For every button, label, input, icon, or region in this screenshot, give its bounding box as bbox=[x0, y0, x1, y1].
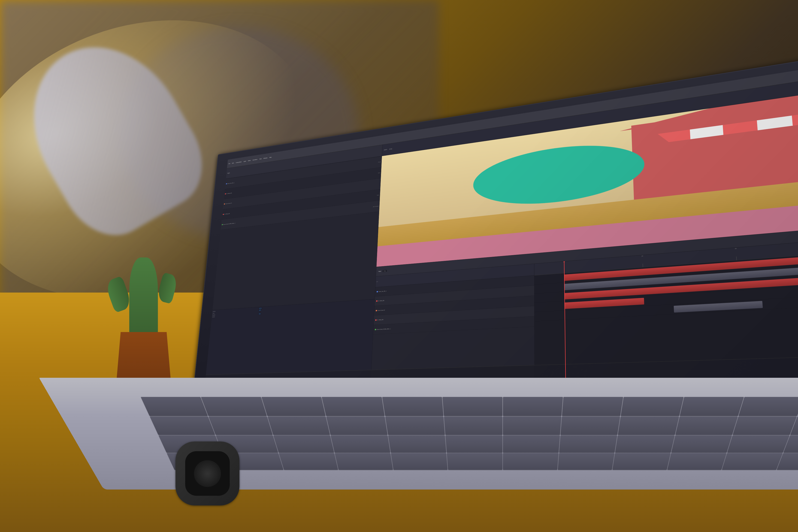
menu-window[interactable]: Window bbox=[264, 157, 267, 159]
layer-color bbox=[224, 204, 225, 205]
key[interactable] bbox=[326, 417, 387, 435]
layer-transform: None bbox=[378, 172, 381, 174]
prop-value: 0° bbox=[259, 311, 260, 313]
tl-layer-icon bbox=[376, 300, 378, 302]
layer-transform: None bbox=[377, 194, 379, 196]
timeline-tabs: Night Day bbox=[377, 270, 387, 272]
tl-layer-name: Timer_Asc_BC_1 bbox=[378, 290, 386, 292]
key[interactable] bbox=[680, 397, 744, 416]
watch-face bbox=[194, 460, 221, 487]
key[interactable] bbox=[140, 397, 208, 416]
quality-btn[interactable]: (Full) bbox=[389, 148, 393, 150]
menu-view[interactable]: View bbox=[259, 158, 262, 159]
screen-inner: File Edit Composition Layer Effect Anima… bbox=[204, 46, 798, 392]
key[interactable] bbox=[279, 453, 338, 470]
ruler-mark bbox=[643, 264, 643, 267]
menu-composition[interactable]: Composition bbox=[236, 161, 242, 163]
layer-transform: Parent bbox=[378, 162, 381, 163]
layer-name: 15. White_BK bbox=[224, 213, 230, 214]
key[interactable] bbox=[503, 453, 558, 470]
tl-layer-name: Drone Comp 13 (Btn_Botto...) bbox=[377, 328, 391, 330]
layer-name: Drone Comp 13 (Btn_Botto...) bbox=[223, 223, 235, 225]
watch bbox=[175, 441, 239, 505]
menu-file[interactable]: File bbox=[229, 163, 230, 164]
layer-color bbox=[223, 214, 224, 215]
key[interactable] bbox=[558, 453, 614, 470]
key[interactable] bbox=[503, 435, 560, 453]
layer-color bbox=[226, 183, 227, 185]
key[interactable] bbox=[671, 435, 732, 453]
key[interactable] bbox=[503, 397, 563, 416]
left-panel: Night Timer_Asc_BC_1 Parent bbox=[204, 145, 383, 392]
key[interactable] bbox=[391, 453, 448, 470]
tl-layer-icon bbox=[375, 329, 376, 330]
key[interactable] bbox=[261, 397, 326, 416]
prop-value: 0,0,0% bbox=[259, 307, 262, 309]
layer-transform: Add / Inverted bbox=[373, 206, 379, 207]
key[interactable] bbox=[209, 417, 273, 435]
key[interactable] bbox=[382, 397, 443, 416]
screen-bezel: File Edit Composition Layer Effect Anima… bbox=[192, 33, 798, 403]
key[interactable] bbox=[739, 397, 798, 416]
key[interactable] bbox=[727, 435, 790, 453]
menu-animation[interactable]: Animation bbox=[253, 159, 258, 160]
key[interactable] bbox=[560, 417, 620, 435]
key[interactable] bbox=[733, 417, 797, 435]
key[interactable] bbox=[385, 417, 445, 435]
key[interactable] bbox=[559, 435, 617, 453]
tl-layer-name: 15. White_BK bbox=[377, 319, 383, 321]
layer-name: 15. White_BK bbox=[226, 193, 232, 194]
zoom-level[interactable]: 200% bbox=[383, 149, 388, 151]
key[interactable] bbox=[322, 397, 385, 416]
layer-name: Drone Comp 12 bbox=[225, 203, 232, 204]
tl-layer-name: 15. White_BK bbox=[378, 300, 384, 302]
comp-label: Night bbox=[227, 172, 230, 174]
tl-layer-icon bbox=[376, 319, 377, 321]
ruler-label-20f: 20f bbox=[735, 248, 737, 249]
key[interactable] bbox=[613, 453, 671, 470]
layer-name: Timer_Asc_BC_1 bbox=[227, 182, 234, 184]
tab-night[interactable]: Night bbox=[377, 270, 382, 272]
tl-layer-icon bbox=[376, 310, 377, 311]
layer-list: Timer_Asc_BC_1 Parent 15. White_BK None bbox=[212, 156, 382, 310]
menu-effect[interactable]: Effect bbox=[248, 160, 251, 162]
ruler-mark bbox=[736, 256, 737, 260]
watch-screen bbox=[185, 451, 230, 496]
key[interactable] bbox=[503, 417, 561, 435]
menu-edit[interactable]: Edit bbox=[232, 162, 234, 164]
key[interactable] bbox=[273, 435, 334, 453]
layer-color bbox=[222, 224, 223, 225]
tl-layer-icon bbox=[377, 291, 378, 292]
ruler-label-10f: 10f bbox=[642, 255, 643, 256]
key[interactable] bbox=[676, 417, 738, 435]
key[interactable] bbox=[667, 453, 727, 470]
menu-help[interactable]: Help bbox=[269, 156, 271, 158]
key[interactable] bbox=[445, 435, 503, 453]
key[interactable] bbox=[562, 397, 624, 416]
tl-header-text: A/V bbox=[377, 281, 378, 282]
scene: File Edit Composition Layer Effect Anima… bbox=[0, 0, 798, 532]
key[interactable] bbox=[268, 417, 330, 435]
key[interactable] bbox=[335, 453, 393, 470]
tab-day[interactable]: Day bbox=[383, 270, 387, 272]
key[interactable] bbox=[443, 397, 502, 416]
key[interactable] bbox=[331, 435, 390, 453]
laptop: File Edit Composition Layer Effect Anima… bbox=[40, 37, 798, 489]
key[interactable] bbox=[621, 397, 684, 416]
menu-layer[interactable]: Layer bbox=[244, 160, 246, 162]
tl-layer-name: Drone Comp 12 bbox=[378, 309, 385, 311]
key[interactable] bbox=[447, 453, 503, 470]
key[interactable] bbox=[722, 453, 783, 470]
key[interactable] bbox=[201, 397, 267, 416]
key[interactable] bbox=[444, 417, 502, 435]
layer-color bbox=[225, 193, 226, 194]
key[interactable] bbox=[615, 435, 675, 453]
key[interactable] bbox=[618, 417, 679, 435]
prop-value: 100% bbox=[258, 313, 261, 315]
prop-value: 100% bbox=[259, 309, 262, 311]
keyboard-base bbox=[39, 378, 798, 490]
ae-interface: File Edit Composition Layer Effect Anima… bbox=[204, 46, 798, 392]
key[interactable] bbox=[150, 417, 215, 435]
key[interactable] bbox=[388, 435, 446, 453]
main-content: Night Timer_Asc_BC_1 Parent bbox=[204, 57, 798, 392]
